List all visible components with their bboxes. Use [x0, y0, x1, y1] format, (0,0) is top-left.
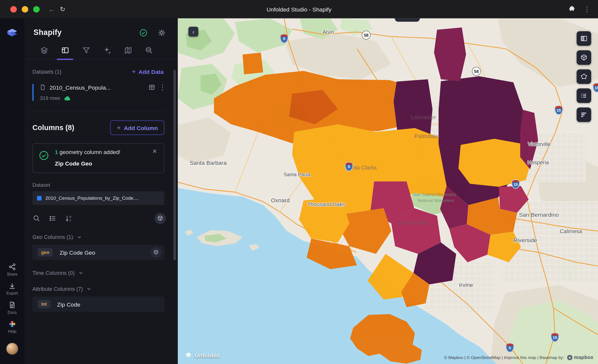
dataset-list-item[interactable]: 2010_Census_Popula... ⋮ 319 rows	[32, 84, 166, 101]
geo-column-active-icon[interactable]	[151, 247, 161, 258]
mapbox-logo[interactable]: ★ mapbox	[567, 355, 593, 360]
app-title: Shapify	[33, 28, 61, 37]
geo-columns-section[interactable]: Geo Columns (1)	[24, 224, 177, 240]
dataset-color-swatch	[37, 196, 41, 200]
geometry-added-toast: 1 geometry column added! Zip Code Geo ✕	[32, 143, 164, 173]
dataset-select-value: 2010_Census_Populations_by_Zip_Code....	[45, 195, 139, 201]
toggle-3d-button[interactable]	[577, 50, 591, 65]
map-top-pill	[395, 18, 420, 22]
toast-column-name: Zip Code Geo	[55, 160, 120, 167]
panel-tabs	[24, 42, 177, 59]
plus-icon: +	[117, 124, 121, 131]
tab-basemap[interactable]	[117, 46, 138, 59]
draw-polygon-icon	[580, 73, 588, 81]
rail-item-export[interactable]: Export	[4, 282, 20, 296]
document-icon	[8, 301, 16, 309]
column-row-zip-code-geo[interactable]: geo Zip Code Geo	[32, 245, 164, 260]
chevron-down-icon	[78, 270, 83, 276]
browser-tab-title: Unfolded Studio - Shapify	[0, 6, 598, 12]
toast-count: 1	[55, 149, 58, 155]
list-view-icon[interactable]	[49, 215, 56, 222]
rail-item-label: Share	[7, 272, 17, 276]
unfolded-watermark[interactable]: Unfolded	[185, 352, 220, 359]
bars-icon	[580, 111, 588, 119]
side-panel: Shapify	[24, 18, 178, 364]
tab-geocoder[interactable]	[138, 46, 159, 59]
dataset-menu-button[interactable]: ⋮	[159, 84, 166, 91]
success-check-icon	[39, 151, 49, 161]
table-columns-icon	[61, 46, 69, 55]
tab-columns[interactable]	[54, 46, 75, 59]
field-type-badge: int	[38, 300, 50, 309]
column-row-zip-code[interactable]: int Zip Code	[32, 297, 164, 312]
download-icon	[8, 282, 16, 290]
attribute-columns-section[interactable]: Attribute Columns (7)	[24, 276, 177, 292]
browser-chrome: ← ↻ Unfolded Studio - Shapify ⋮	[0, 0, 598, 18]
saved-check-icon	[139, 28, 148, 37]
geo-columns-toggle-icon[interactable]	[154, 213, 166, 224]
puzzle-icon	[568, 6, 575, 12]
svg-text:A: A	[69, 215, 71, 218]
extensions-puzzle-icon[interactable]	[568, 6, 575, 12]
map-icon	[124, 46, 132, 55]
mapbox-circle-icon: ★	[567, 355, 572, 360]
dataset-color-bar	[32, 84, 34, 101]
plus-icon: +	[132, 68, 136, 75]
toast-message: geometry column added!	[59, 149, 120, 155]
sort-az-icon[interactable]: AZ	[65, 215, 73, 222]
field-type-badge: geo	[38, 248, 53, 257]
unfolded-logo-icon	[6, 27, 19, 39]
map-canvas[interactable]: San Gabriel Mountains National Monument …	[178, 18, 598, 364]
search-globe-icon	[145, 46, 153, 55]
layer-order-button[interactable]	[577, 108, 591, 122]
rail-item-share[interactable]: Share	[4, 263, 20, 277]
tab-layers[interactable]	[33, 46, 54, 59]
rail-item-help[interactable]: Help	[6, 320, 18, 334]
settings-gear-icon[interactable]	[158, 28, 166, 37]
rail-item-label: Docs	[8, 310, 17, 314]
dataset-row-count: 319 rows	[40, 95, 60, 101]
user-avatar[interactable]	[6, 343, 18, 355]
unfolded-logo	[6, 27, 19, 40]
svg-text:Z: Z	[69, 219, 71, 222]
add-data-button[interactable]: + Add Data	[130, 68, 166, 76]
datasets-header: Datasets (1)	[32, 69, 61, 75]
column-name: Zip Code Geo	[60, 249, 144, 256]
rail-item-label: Help	[8, 329, 16, 334]
legend-list-icon	[580, 92, 588, 100]
columns-header: Columns (8)	[32, 124, 74, 132]
map-controls	[577, 31, 591, 122]
geo-cube-icon	[157, 215, 164, 222]
unfolded-watermark-icon	[185, 352, 192, 359]
layers-icon	[40, 46, 48, 55]
basemap-svg	[178, 18, 598, 364]
help-flower-icon	[8, 320, 16, 328]
time-columns-section[interactable]: Time Columns (0)	[24, 260, 177, 276]
attribution-text[interactable]: © Mapbox | © OpenStreetMap | Improve thi…	[444, 355, 564, 360]
panel-scrollbar[interactable]	[174, 70, 176, 260]
toast-close-icon[interactable]: ✕	[150, 148, 160, 155]
legend-button[interactable]	[577, 88, 591, 103]
show-table-button[interactable]	[148, 84, 155, 91]
cube-3d-icon	[580, 54, 588, 61]
browser-menu-button[interactable]: ⋮	[584, 6, 590, 12]
draw-polygon-button[interactable]	[577, 69, 591, 84]
collapse-panel-button[interactable]: ‹	[188, 27, 198, 37]
tab-filters[interactable]	[75, 46, 96, 59]
left-rail: Share Export Docs Help	[0, 18, 24, 364]
rail-item-docs[interactable]: Docs	[5, 301, 19, 315]
split-map-button[interactable]	[577, 31, 591, 46]
filter-funnel-icon	[82, 46, 90, 55]
chevron-down-icon	[76, 234, 82, 240]
rail-item-label: Export	[6, 291, 18, 295]
column-name: Zip Code	[57, 301, 161, 307]
add-column-button[interactable]: + Add Column	[110, 120, 164, 135]
app-window: ← ↻ Unfolded Studio - Shapify ⋮ Share	[0, 0, 598, 364]
dataset-field-label: Dataset	[24, 173, 177, 188]
dataset-select[interactable]: 2010_Census_Populations_by_Zip_Code....	[32, 191, 164, 205]
search-columns-icon[interactable]	[33, 215, 40, 222]
cloud-synced-icon	[64, 95, 71, 101]
chevron-down-icon	[86, 286, 91, 292]
tab-interactions[interactable]	[96, 46, 117, 59]
map-attribution: © Mapbox | © OpenStreetMap | Improve thi…	[444, 355, 594, 360]
